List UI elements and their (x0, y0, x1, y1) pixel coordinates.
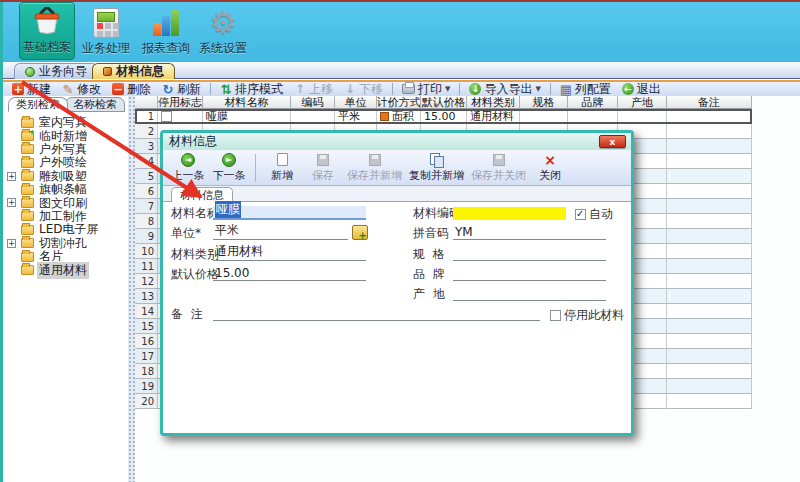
exit-icon: ← (622, 83, 634, 95)
pinyin-input[interactable]: YM (453, 226, 606, 240)
window-top-edge (0, 0, 800, 2)
tree-item-12[interactable]: 通用材料 (3, 263, 128, 276)
sidebar-tab-label: 类别检索 (16, 97, 60, 112)
grid-header-11[interactable]: 备注 (667, 96, 752, 109)
folder-icon (21, 265, 34, 275)
toolbar-separator (459, 83, 460, 95)
pricing-label: 面积 (392, 109, 414, 124)
note-input[interactable] (213, 307, 540, 321)
expand-icon[interactable]: + (7, 198, 16, 207)
toolbar-button-label: 下移 (359, 81, 383, 98)
grid-cell (667, 124, 752, 139)
ribbon-button-2[interactable]: 业务处理 (78, 2, 134, 60)
grid-cell: 面积 (377, 109, 421, 124)
grid-row-1[interactable]: 1哑膜平米面积15.00通用材料 (135, 109, 752, 124)
doc-tab-label: 材料信息 (116, 63, 164, 80)
toolbar-button-print[interactable]: 打印▼ (398, 82, 454, 96)
grid-header-8[interactable]: 规格 (520, 96, 568, 109)
toolbar-button-exit[interactable]: ←退出 (618, 82, 665, 96)
toolbar-button-up: ↑上移 (290, 82, 337, 96)
ribbon-button-1[interactable]: 基础档案 (19, 2, 75, 60)
toolbar-button-edit[interactable]: ✎修改 (58, 82, 105, 96)
grid-cell: 20 (135, 394, 158, 409)
grid-cell (667, 289, 752, 304)
toolbar-button-columns[interactable]: ▦列配置 (556, 82, 615, 96)
dialog-button-save-new: 保存并新增 (347, 152, 402, 183)
material-code-input[interactable] (453, 207, 566, 220)
grid-cell: 19 (135, 379, 158, 394)
close-x-icon: × (542, 152, 558, 167)
save-close-icon (491, 152, 507, 167)
expand-icon[interactable]: + (7, 172, 16, 181)
ribbon-button-label: 系统设置 (199, 40, 247, 57)
ribbon-button-label: 报表查询 (142, 40, 190, 57)
toolbar-button-import[interactable]: ↓导入导出▼ (465, 82, 544, 96)
grid-header-9[interactable]: 品牌 (568, 96, 618, 109)
dialog-button-label: 复制并新增 (409, 168, 464, 183)
import-icon: ↓ (469, 83, 481, 95)
toolbar-button-label: 打印 (418, 81, 442, 98)
dialog-button-next[interactable]: ►下一条 (212, 152, 246, 183)
grid-cell (667, 394, 752, 409)
toolbar-button-down: ↓下移 (340, 82, 387, 96)
toolbar-button-refresh[interactable]: ↻刷新 (158, 82, 205, 96)
grid-header-corner (135, 96, 158, 109)
grid-cell (568, 109, 618, 124)
grid-cell (667, 139, 752, 154)
grid-header-5[interactable]: 计价方式 (377, 96, 421, 109)
doc-tab-1[interactable]: 业务向导 (14, 63, 98, 79)
toolbar-separator (550, 83, 551, 95)
folder-icon (21, 211, 34, 221)
folder-icon (21, 225, 34, 235)
grid-header-3[interactable]: 编码 (291, 96, 335, 109)
ribbon-button-3[interactable]: 报表查询 (138, 2, 194, 60)
grid-header-10[interactable]: 产地 (618, 96, 667, 109)
grid-cell (667, 214, 752, 229)
dialog-button-close-x[interactable]: ×关闭 (533, 152, 567, 183)
tree-item-10[interactable]: +切割冲孔 (3, 237, 128, 250)
folder-icon (21, 171, 34, 181)
grid-cell: 13 (135, 289, 158, 304)
toolbar-button-sort[interactable]: ⇅排序模式 (216, 82, 287, 96)
toolbar-button-label: 新建 (27, 81, 51, 98)
grid-cell (667, 244, 752, 259)
grid-cell (667, 199, 752, 214)
grid-header-7[interactable]: 材料类别 (467, 96, 520, 109)
calculator-icon (89, 6, 123, 40)
expand-icon[interactable]: + (7, 239, 16, 248)
brand-input[interactable] (453, 267, 606, 281)
ribbon-button-4[interactable]: ⚙系统设置 (195, 2, 251, 60)
toolbar-button-new[interactable]: +新建 (8, 82, 55, 96)
dialog-button-label: 上一条 (172, 168, 205, 183)
toolbar-button-delete[interactable]: −删除 (108, 82, 155, 96)
form-label: 品 牌 (413, 266, 445, 283)
grid-cell (618, 109, 667, 124)
dialog-button-prev[interactable]: ◄上一条 (171, 152, 205, 183)
disable-material-checkbox[interactable] (550, 310, 561, 321)
dialog-close-button[interactable]: x (599, 135, 626, 148)
grid-header-4[interactable]: 单位 (335, 96, 377, 109)
auto-checkbox[interactable] (575, 209, 586, 220)
toolbar-separator (210, 83, 211, 95)
delete-icon: − (112, 83, 124, 95)
grid-cell: 哑膜 (203, 109, 291, 124)
document-tabstrip: 业务向导材料信息 (0, 62, 800, 79)
spec-input[interactable] (453, 247, 606, 261)
dialog-button-copy-new[interactable]: 复制并新增 (409, 152, 464, 183)
stop-flag-checkbox[interactable] (161, 111, 172, 122)
grid-header-6[interactable]: 默认价格 (421, 96, 467, 109)
dialog-button-new-doc[interactable]: 新增 (265, 152, 299, 183)
sidebar-tab-1[interactable]: 类别检索 (8, 97, 68, 112)
grid-header-2[interactable]: 材料名称 (203, 96, 291, 109)
material-info-dialog: 材料信息 x ◄上一条►下一条新增保存保存并新增复制并新增保存并关闭×关闭 材料… (160, 130, 634, 436)
doc-tab-2[interactable]: 材料信息 (92, 63, 175, 79)
dialog-button-label: 关闭 (539, 168, 561, 183)
grid-cell: 16 (135, 334, 158, 349)
sidebar-splitter[interactable] (128, 96, 135, 482)
dialog-titlebar[interactable]: 材料信息 (163, 133, 631, 150)
grid-header-1[interactable]: 停用标志 (158, 96, 203, 109)
origin-input[interactable] (453, 287, 606, 301)
sidebar-tab-2[interactable]: 名称检索 (65, 97, 125, 112)
folder-icon (21, 144, 34, 154)
columns-icon: ▦ (560, 83, 572, 95)
